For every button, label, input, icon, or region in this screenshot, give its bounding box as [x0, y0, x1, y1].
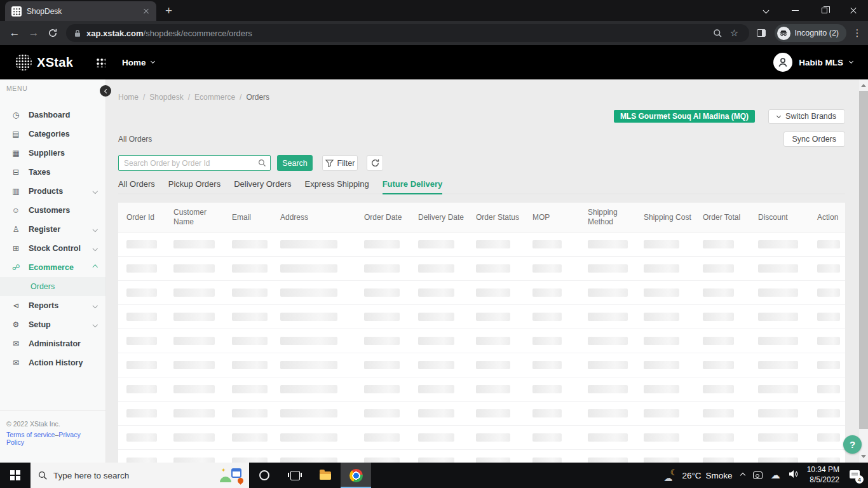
breadcrumb-item-shopdesk[interactable]: Shopdesk — [149, 93, 183, 102]
sidebar-item-categories[interactable]: ▤Categories — [0, 125, 105, 144]
tray-expand-icon[interactable] — [740, 473, 745, 478]
cortana-button[interactable] — [249, 463, 280, 488]
skeleton-cell — [468, 233, 524, 256]
skeleton-bar — [588, 433, 628, 442]
sidebar-item-dashboard[interactable]: ◷Dashboard — [0, 105, 105, 125]
tab-close-icon[interactable] — [141, 6, 151, 17]
order-search-input[interactable] — [118, 155, 271, 171]
skeleton-cell — [695, 281, 750, 304]
sidebar-item-products[interactable]: ▥Products — [0, 182, 105, 201]
table-row — [118, 402, 845, 426]
scroll-up-icon[interactable] — [861, 84, 866, 87]
tab-all-orders[interactable]: All Orders — [118, 179, 155, 194]
filter-button[interactable]: Filter — [322, 155, 358, 171]
meet-now-icon[interactable] — [753, 471, 763, 479]
sidebar-item-ecommerce[interactable]: ☍Ecommerce — [0, 258, 105, 277]
zoom-icon[interactable] — [710, 25, 726, 41]
breadcrumb-item-home[interactable]: Home — [118, 93, 139, 102]
sidebar-item-reports[interactable]: ⊲Reports — [0, 296, 105, 315]
funnel-icon — [325, 159, 334, 167]
search-button[interactable]: Search — [277, 155, 313, 171]
breadcrumb-separator: / — [143, 93, 145, 102]
sidebar-collapse-button[interactable] — [100, 85, 111, 97]
reload-orders-button[interactable] — [367, 155, 383, 171]
volume-icon[interactable] — [789, 470, 799, 481]
refresh-icon[interactable] — [43, 24, 62, 43]
user-menu-chevron-icon[interactable] — [849, 59, 853, 64]
taskbar-weather[interactable]: ☾ ☁ 26°C Smoke — [663, 469, 732, 482]
tab-delivery-orders[interactable]: Delivery Orders — [234, 179, 291, 194]
skeleton-cell — [224, 353, 272, 377]
skeleton-bar — [364, 385, 400, 393]
tab-search-button[interactable] — [751, 0, 780, 21]
file-explorer-button[interactable] — [310, 463, 341, 488]
skeleton-bar — [126, 240, 157, 248]
xstak-logo-text[interactable]: XStak — [37, 55, 73, 70]
skeleton-bar — [364, 458, 400, 463]
task-view-button[interactable] — [280, 463, 310, 488]
home-nav-dropdown[interactable]: Home — [122, 58, 154, 67]
skeleton-cell — [165, 305, 224, 329]
browser-tab[interactable]: ShopDesk — [5, 1, 156, 21]
apps-grid-icon[interactable] — [96, 58, 105, 67]
onedrive-icon[interactable]: ☁ — [771, 470, 780, 481]
forward-icon[interactable]: → — [24, 24, 43, 43]
switch-brands-button[interactable]: Switch Brands — [768, 109, 845, 124]
taskbar-search-input[interactable] — [53, 471, 214, 480]
user-avatar[interactable] — [773, 53, 792, 72]
breadcrumb-item-orders[interactable]: Orders — [246, 93, 269, 102]
close-button[interactable] — [839, 0, 868, 21]
terms-link[interactable]: Terms of service — [6, 431, 55, 438]
browser-menu-icon[interactable]: ⋮ — [851, 27, 863, 39]
restore-button[interactable] — [810, 0, 839, 21]
xstak-logo-icon — [15, 54, 32, 71]
sidebar-item-taxes[interactable]: ⊟Taxes — [0, 163, 105, 182]
taskbar-clock[interactable]: 10:34 PM 8/5/2022 — [807, 465, 839, 485]
back-icon[interactable]: ← — [5, 24, 24, 43]
chrome-taskbar-button[interactable] — [341, 463, 371, 488]
refresh-icon — [370, 158, 380, 168]
sidebar-item-setup[interactable]: ⚙Setup — [0, 315, 105, 334]
user-name[interactable]: Habib MLS — [799, 58, 843, 67]
tab-express-shipping[interactable]: Express Shipping — [304, 179, 369, 194]
sidebar-item-suppliers[interactable]: ▦Suppliers — [0, 144, 105, 163]
skeleton-cell — [165, 233, 224, 256]
skeleton-cell — [524, 377, 580, 401]
address-bar[interactable]: xap.xstak.com/shopdesk/ecommerce/orders … — [66, 24, 749, 42]
reports-icon: ⊲ — [11, 301, 20, 310]
skeleton-bar — [817, 313, 840, 321]
sidebar-item-action-history[interactable]: ✉Action History — [0, 353, 105, 372]
tab-pickup-orders[interactable]: Pickup Orders — [168, 179, 220, 194]
page-scrollbar[interactable] — [859, 79, 868, 463]
skeleton-bar — [532, 313, 562, 321]
skeleton-bar — [476, 337, 510, 345]
weather-calendar-illustration-icon[interactable]: ✦ — [220, 467, 244, 484]
scroll-down-icon[interactable] — [861, 455, 866, 458]
sidebar-item-orders[interactable]: Orders — [0, 277, 105, 296]
action-center-button[interactable]: 4 — [848, 469, 862, 482]
skeleton-bar — [644, 264, 679, 273]
scrollbar-thumb[interactable] — [859, 91, 868, 429]
breadcrumb-item-ecommerce[interactable]: Ecommerce — [194, 93, 235, 102]
help-button[interactable]: ? — [843, 435, 862, 454]
new-tab-button[interactable]: + — [165, 4, 172, 21]
skeleton-cell — [118, 426, 165, 449]
sidebar-item-stock-control[interactable]: ⊞Stock Control — [0, 239, 105, 258]
skeleton-cell — [809, 305, 845, 329]
minimize-button[interactable] — [780, 0, 810, 21]
incognito-badge[interactable]: Incognito (2) — [775, 24, 846, 42]
sync-orders-button[interactable]: Sync Orders — [783, 132, 845, 147]
skeleton-cell — [224, 233, 272, 256]
sidebar-item-administrator[interactable]: ✉Administrator — [0, 334, 105, 353]
taskbar-search[interactable]: ✦ — [31, 463, 249, 488]
start-button[interactable] — [0, 463, 31, 488]
side-panel-icon[interactable] — [753, 25, 770, 41]
bookmark-star-icon[interactable]: ☆ — [726, 25, 743, 41]
skeleton-cell — [468, 426, 524, 449]
sidebar-item-register[interactable]: ♙Register — [0, 220, 105, 239]
skeleton-bar — [758, 433, 798, 442]
skeleton-bar — [364, 264, 400, 273]
sidebar-item-customers[interactable]: ☺Customers — [0, 201, 105, 220]
skeleton-bar — [126, 433, 157, 442]
tab-future-delivery[interactable]: Future Delivery — [383, 179, 443, 194]
